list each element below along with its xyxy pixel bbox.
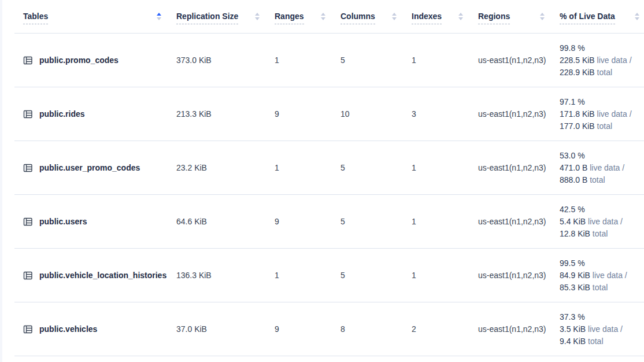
- columns-cell: 5: [340, 56, 412, 65]
- live-data-amount: 471.0 B live data /: [560, 162, 644, 174]
- table-icon: [23, 163, 33, 173]
- live-data-cell: 99.8 % 228.5 KiB live data / 228.9 KiB t…: [560, 42, 644, 79]
- live-data-amount: 228.5 KiB live data /: [560, 54, 644, 67]
- replication-size-cell: 64.6 KiB: [176, 217, 275, 226]
- sort-arrows-icon: [157, 13, 161, 20]
- table-row[interactable]: public.vehicle_location_histories 136.3 …: [14, 249, 644, 302]
- column-header-tables[interactable]: Tables: [23, 0, 176, 33]
- live-data-cell: 42.5 % 5.4 KiB live data / 12.8 KiB tota…: [560, 204, 644, 240]
- replication-size-cell: 23.2 KiB: [176, 163, 275, 172]
- columns-cell: 5: [340, 271, 412, 280]
- table-name-link[interactable]: public.vehicle_location_histories: [39, 271, 166, 280]
- regions-cell: us-east1(n1,n2,n3): [478, 56, 560, 65]
- sort-asc-icon: [635, 13, 639, 16]
- sort-desc-icon: [458, 17, 463, 20]
- indexes-cell: 3: [412, 109, 478, 119]
- page-background-strip: [0, 0, 2, 362]
- live-data-percent: 53.0 %: [560, 150, 644, 162]
- table-name-cell: public.vehicle_location_histories: [23, 271, 176, 280]
- table-body: public.promo_codes 373.0 KiB 1 5 1 us-ea…: [14, 34, 644, 356]
- table-name-link[interactable]: public.rides: [39, 109, 85, 119]
- sort-desc-icon: [321, 17, 325, 20]
- column-header-regions[interactable]: Regions: [478, 0, 560, 33]
- sort-desc-icon: [157, 17, 161, 20]
- table-name-cell: public.rides: [23, 109, 176, 119]
- regions-cell: us-east1(n1,n2,n3): [478, 324, 560, 334]
- table-header-row: Tables Replication Size Ranges Columns I…: [14, 0, 644, 34]
- sort-arrows-icon: [635, 13, 639, 20]
- total-data-amount: 12.8 KiB total: [560, 228, 644, 240]
- sort-arrows-icon: [540, 13, 545, 20]
- replication-size-cell: 136.3 KiB: [176, 271, 275, 280]
- table-icon: [23, 109, 33, 119]
- live-data-cell: 99.5 % 84.9 KiB live data / 85.3 KiB tot…: [560, 257, 644, 294]
- table-row[interactable]: public.user_promo_codes 23.2 KiB 1 5 1 u…: [14, 141, 644, 195]
- indexes-cell: 1: [412, 217, 478, 226]
- table-icon: [23, 271, 33, 280]
- live-data-cell: 37.3 % 3.5 KiB live data / 9.4 KiB total: [560, 311, 644, 348]
- indexes-cell: 2: [412, 324, 478, 334]
- live-data-percent: 99.5 %: [560, 257, 644, 269]
- live-data-percent: 42.5 %: [560, 204, 644, 216]
- ranges-cell: 9: [275, 109, 340, 119]
- table-name-link[interactable]: public.vehicles: [39, 324, 97, 334]
- table-row[interactable]: public.promo_codes 373.0 KiB 1 5 1 us-ea…: [14, 34, 644, 87]
- table-row[interactable]: public.users 64.6 KiB 9 5 1 us-east1(n1,…: [14, 195, 644, 249]
- regions-cell: us-east1(n1,n2,n3): [478, 109, 560, 119]
- table-name-cell: public.vehicles: [23, 324, 176, 334]
- columns-cell: 5: [340, 163, 412, 172]
- column-header-indexes[interactable]: Indexes: [412, 0, 478, 33]
- live-data-cell: 53.0 % 471.0 B live data / 888.0 B total: [560, 150, 644, 186]
- sort-asc-icon: [540, 13, 545, 16]
- table-name-link[interactable]: public.users: [39, 217, 87, 226]
- total-data-amount: 228.9 KiB total: [560, 67, 644, 79]
- regions-cell: us-east1(n1,n2,n3): [478, 217, 560, 226]
- column-header-ranges[interactable]: Ranges: [275, 0, 340, 33]
- live-data-percent: 99.8 %: [560, 42, 644, 54]
- sort-desc-icon: [540, 17, 545, 20]
- total-data-amount: 177.0 KiB total: [560, 120, 644, 132]
- column-header-columns[interactable]: Columns: [340, 0, 412, 33]
- total-data-amount: 888.0 B total: [560, 174, 644, 186]
- sort-desc-icon: [255, 17, 260, 20]
- live-data-amount: 5.4 KiB live data /: [560, 216, 644, 228]
- ranges-cell: 1: [275, 271, 340, 280]
- indexes-cell: 1: [412, 56, 478, 65]
- table-name-link[interactable]: public.promo_codes: [39, 56, 119, 65]
- regions-cell: us-east1(n1,n2,n3): [478, 271, 560, 280]
- indexes-cell: 1: [412, 271, 478, 280]
- sort-arrows-icon: [392, 13, 397, 20]
- sort-arrows-icon: [255, 13, 260, 20]
- ranges-cell: 9: [275, 217, 340, 226]
- ranges-cell: 1: [275, 163, 340, 172]
- table-icon: [23, 217, 33, 227]
- sort-arrows-icon: [458, 13, 463, 20]
- tables-list: Tables Replication Size Ranges Columns I…: [14, 0, 644, 356]
- indexes-cell: 1: [412, 163, 478, 172]
- table-name-cell: public.users: [23, 217, 176, 227]
- live-data-percent: 37.3 %: [560, 311, 644, 323]
- sort-arrows-icon: [321, 13, 325, 20]
- replication-size-cell: 37.0 KiB: [176, 324, 275, 334]
- ranges-cell: 9: [275, 324, 340, 334]
- replication-size-cell: 213.3 KiB: [176, 109, 275, 119]
- regions-cell: us-east1(n1,n2,n3): [478, 163, 560, 172]
- columns-cell: 8: [340, 324, 412, 334]
- table-name-link[interactable]: public.user_promo_codes: [39, 163, 140, 172]
- table-row[interactable]: public.rides 213.3 KiB 9 10 3 us-east1(n…: [14, 87, 644, 141]
- total-data-amount: 9.4 KiB total: [560, 335, 644, 348]
- sort-asc-icon: [157, 13, 161, 16]
- table-name-cell: public.promo_codes: [23, 56, 176, 65]
- live-data-cell: 97.1 % 171.8 KiB live data / 177.0 KiB t…: [560, 96, 644, 132]
- sort-desc-icon: [392, 17, 397, 20]
- column-header-live-data[interactable]: % of Live Data: [560, 0, 644, 33]
- table-row[interactable]: public.vehicles 37.0 KiB 9 8 2 us-east1(…: [14, 302, 644, 356]
- column-header-replication-size[interactable]: Replication Size: [176, 0, 275, 33]
- columns-cell: 10: [340, 109, 412, 119]
- total-data-amount: 85.3 KiB total: [560, 282, 644, 294]
- table-name-cell: public.user_promo_codes: [23, 163, 176, 173]
- ranges-cell: 1: [275, 56, 340, 65]
- sort-desc-icon: [635, 17, 639, 20]
- live-data-amount: 171.8 KiB live data /: [560, 108, 644, 120]
- sort-asc-icon: [321, 13, 325, 16]
